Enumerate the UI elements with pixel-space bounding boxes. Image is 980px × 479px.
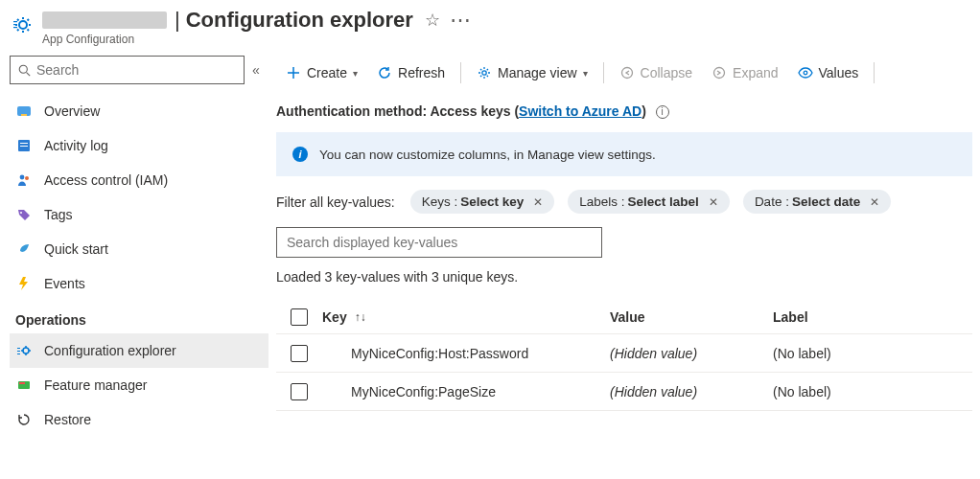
collapse-button: Collapse — [610, 57, 702, 88]
close-icon[interactable]: ✕ — [709, 195, 718, 209]
config-explorer-icon — [15, 342, 33, 359]
sidebar-item-overview[interactable]: Overview — [10, 94, 268, 128]
plus-icon — [286, 65, 301, 80]
switch-azure-ad-link[interactable]: Switch to Azure AD — [519, 103, 642, 119]
sidebar-label: Restore — [44, 412, 91, 427]
main-content: Create ▾ Refresh Manage view ▾ Collapse … — [268, 50, 980, 471]
select-all-checkbox[interactable] — [291, 308, 308, 326]
filter-label: Filter all key-values: — [276, 194, 395, 210]
sidebar-item-configuration-explorer[interactable]: Configuration explorer — [10, 333, 268, 368]
col-value[interactable]: Value — [610, 309, 773, 325]
auth-suffix: ) — [642, 103, 646, 119]
search-icon — [18, 64, 31, 77]
table-header: Key ↑↓ Value Label — [276, 300, 972, 334]
table-row[interactable]: MyNiceConfig:PageSize (Hidden value) (No… — [276, 373, 972, 411]
overview-icon — [15, 103, 33, 120]
pill-prefix: Labels : — [579, 194, 624, 209]
pill-value: Select label — [628, 194, 699, 209]
svg-point-13 — [20, 212, 22, 214]
col-key[interactable]: Key — [322, 309, 347, 325]
filter-bar: Filter all key-values: Keys : Select key… — [268, 190, 980, 227]
sidebar-search-input[interactable] — [36, 62, 236, 78]
svg-point-20 — [482, 71, 486, 75]
auth-prefix: Authentication method: Access keys ( — [276, 103, 519, 119]
sidebar-collapse-icon[interactable]: « — [252, 62, 260, 78]
service-subtitle: App Configuration — [42, 33, 472, 46]
search-key-values-input[interactable] — [277, 228, 601, 257]
search-key-values[interactable] — [276, 227, 602, 258]
sidebar-item-feature-manager[interactable]: Feature manager — [10, 368, 268, 402]
cell-value: (Hidden value) — [610, 384, 773, 399]
filter-keys-pill[interactable]: Keys : Select key ✕ — [410, 190, 555, 214]
expand-icon — [712, 65, 727, 80]
col-label[interactable]: Label — [773, 309, 972, 325]
chevron-down-icon: ▾ — [583, 68, 588, 79]
collapse-label: Collapse — [641, 65, 692, 80]
info-banner-text: You can now customize columns, in Manage… — [319, 148, 656, 162]
sidebar-label: Activity log — [44, 138, 108, 153]
svg-rect-7 — [21, 114, 27, 116]
cell-label: (No label) — [773, 346, 972, 361]
sidebar-label: Configuration explorer — [44, 343, 176, 358]
sidebar-label: Feature manager — [44, 377, 147, 393]
manage-view-button[interactable]: Manage view ▾ — [467, 57, 597, 88]
pill-value: Select date — [792, 194, 860, 209]
pill-prefix: Keys : — [422, 194, 458, 209]
svg-point-23 — [804, 71, 807, 75]
cell-label: (No label) — [773, 384, 972, 399]
sidebar-label: Tags — [44, 207, 73, 222]
values-button[interactable]: Values — [788, 57, 869, 88]
toolbar: Create ▾ Refresh Manage view ▾ Collapse … — [268, 56, 980, 98]
key-values-table: Key ↑↓ Value Label MyNiceConfig:Host:Pas… — [268, 300, 980, 411]
sidebar-item-events[interactable]: Events — [10, 266, 268, 301]
info-banner-icon: i — [292, 147, 308, 162]
eye-icon — [798, 65, 813, 80]
expand-label: Expand — [733, 65, 778, 80]
filter-date-pill[interactable]: Date : Select date ✕ — [743, 190, 891, 214]
quick-start-icon — [15, 240, 33, 258]
create-label: Create — [307, 65, 347, 80]
sidebar-item-quick-start[interactable]: Quick start — [10, 232, 268, 266]
sidebar-item-restore[interactable]: Restore — [10, 402, 268, 437]
table-row[interactable]: MyNiceConfig:Host:Password (Hidden value… — [276, 334, 972, 373]
sidebar-item-tags[interactable]: Tags — [10, 197, 268, 232]
refresh-label: Refresh — [398, 65, 445, 80]
loaded-summary: Loaded 3 key-values with 3 unique keys. — [268, 269, 980, 300]
svg-rect-19 — [19, 382, 25, 384]
create-button[interactable]: Create ▾ — [276, 57, 367, 88]
toolbar-separator — [603, 62, 604, 83]
row-checkbox[interactable] — [291, 345, 308, 362]
auth-method-line: Authentication method: Access keys (Swit… — [268, 98, 980, 132]
page-header: | Configuration explorer ☆ ⋯ App Configu… — [0, 0, 980, 50]
info-icon[interactable]: i — [656, 105, 669, 119]
row-checkbox[interactable] — [291, 383, 308, 400]
page-title: Configuration explorer — [186, 8, 413, 33]
sidebar-search[interactable] — [10, 56, 245, 84]
svg-rect-1 — [13, 21, 17, 22]
svg-rect-16 — [17, 351, 20, 352]
close-icon[interactable]: ✕ — [870, 195, 879, 209]
filter-labels-pill[interactable]: Labels : Select label ✕ — [568, 190, 730, 214]
tags-icon — [15, 206, 33, 223]
refresh-button[interactable]: Refresh — [367, 57, 455, 88]
toolbar-separator — [874, 62, 875, 83]
feature-manager-icon — [15, 376, 33, 394]
collapse-icon — [619, 65, 635, 80]
favorite-star-icon[interactable]: ☆ — [425, 10, 440, 31]
sidebar-label: Overview — [44, 103, 100, 119]
sidebar-label: Quick start — [44, 241, 108, 257]
gear-icon — [477, 65, 492, 80]
more-actions-icon[interactable]: ⋯ — [450, 15, 472, 25]
access-control-icon — [15, 171, 33, 189]
svg-rect-15 — [17, 348, 20, 349]
sort-icon[interactable]: ↑↓ — [355, 310, 366, 324]
sidebar-item-access-control[interactable]: Access control (IAM) — [10, 163, 268, 197]
app-config-icon — [12, 13, 35, 36]
sidebar-item-activity-log[interactable]: Activity log — [10, 128, 268, 163]
pill-prefix: Date : — [755, 194, 789, 209]
sidebar: « Overview Activity log Access control (… — [0, 50, 268, 471]
close-icon[interactable]: ✕ — [533, 195, 543, 209]
svg-point-0 — [19, 21, 27, 29]
resource-name-redacted — [42, 11, 167, 29]
svg-rect-10 — [20, 146, 28, 147]
